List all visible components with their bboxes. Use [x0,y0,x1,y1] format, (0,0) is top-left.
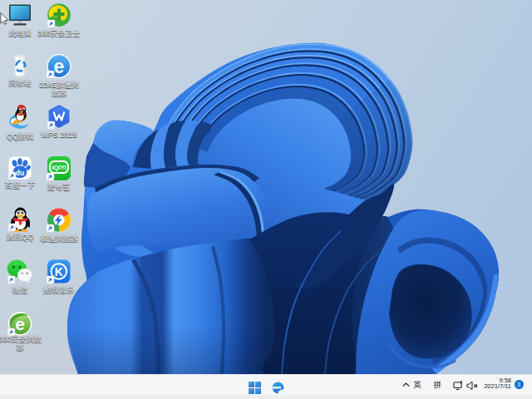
svg-text:du: du [16,169,24,177]
svg-text:K: K [55,265,63,278]
svg-text:e: e [54,56,65,77]
svg-text:iQIYI: iQIYI [52,164,66,171]
